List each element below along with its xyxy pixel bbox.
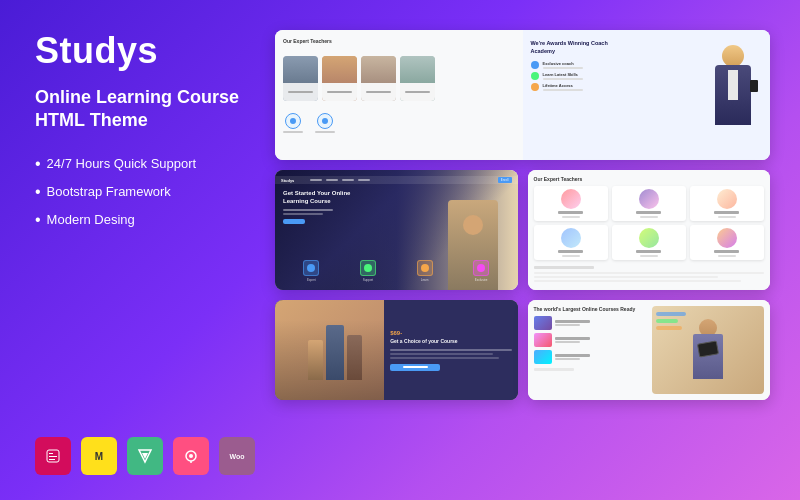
vuejs-icon[interactable] <box>127 437 163 475</box>
teachers-grid-layout <box>534 186 765 260</box>
teacher-name-3 <box>714 211 739 214</box>
screenshot-courses-list: The world's Largest Online Courses Ready <box>528 300 771 400</box>
course-thumb-1 <box>534 316 552 330</box>
avatar-6 <box>717 228 737 248</box>
pricing-content: $69- Get a Choice of your Course <box>275 300 518 400</box>
teacher-card-1 <box>283 56 318 101</box>
people-group <box>280 310 389 380</box>
awards-heading: We're Awards Winning Coach Academy <box>531 40 611 55</box>
feedback-lines <box>534 272 765 282</box>
teachers-section-heading: Our Expert Teachers <box>534 176 765 182</box>
hero-ss-content: Studys Enroll Get Started Your Online Le… <box>275 170 518 290</box>
hero-content: Get Started Your Online Learning Course <box>283 190 363 224</box>
courses-list-title: The world's Largest Online Courses Ready <box>534 306 646 312</box>
main-container: Studys Online Learning Course HTML Theme… <box>0 0 800 500</box>
course-desc <box>390 349 511 359</box>
course-thumb-3 <box>534 350 552 364</box>
icon-expert-teachers: Expert <box>303 260 319 282</box>
course-item-2 <box>534 333 646 347</box>
get-choice-label <box>534 368 574 371</box>
course-title-1 <box>555 320 590 323</box>
teacher-mini-6 <box>690 225 764 260</box>
course-cta: Get a Choice of your Course <box>390 338 511 345</box>
hero-bottom-icons: Expert Support Learn <box>275 260 518 282</box>
course-sub-2 <box>555 341 580 343</box>
screenshot-course-pricing: $69- Get a Choice of your Course <box>275 300 518 400</box>
icon-learn: Learn <box>417 260 433 282</box>
avatar-3 <box>717 189 737 209</box>
person-illustration <box>705 40 760 150</box>
svg-point-7 <box>189 454 193 458</box>
avatar-5 <box>639 228 659 248</box>
course-item-3 <box>534 350 646 364</box>
teacher-mini-5 <box>612 225 686 260</box>
teachers-grid-content: Our Expert Teachers <box>528 170 771 290</box>
enroll-button[interactable] <box>390 364 440 371</box>
feature-item-1: 24/7 Hours Quick Support <box>35 155 255 173</box>
course-title-2 <box>555 337 590 340</box>
teacher-cards-row <box>283 56 515 101</box>
course-text-section: $69- Get a Choice of your Course <box>384 300 517 400</box>
course-title-3 <box>555 354 590 357</box>
course-sub-1 <box>555 324 580 326</box>
screenshot-awards-section: We're Awards Winning Coach Academy Exclu… <box>523 30 771 160</box>
elementor-icon[interactable] <box>35 437 71 475</box>
teacher-card-4 <box>400 56 435 101</box>
course-sub-3 <box>555 358 580 360</box>
course-info-3 <box>555 354 590 360</box>
course-item-1 <box>534 316 646 330</box>
teacher-name-6 <box>714 250 739 253</box>
teacher-name-4 <box>558 250 583 253</box>
nav-links <box>310 179 370 181</box>
icon-support: Support <box>360 260 376 282</box>
icon-exclusive: Exclusive <box>473 260 489 282</box>
course-info-1 <box>555 320 590 326</box>
avatar-2 <box>639 189 659 209</box>
feature-item-3: Modern Desing <box>35 211 255 229</box>
teachers-heading: Our Expert Teachers <box>283 38 515 44</box>
courses-list-side: The world's Largest Online Courses Ready <box>534 306 646 394</box>
screenshot-hero: Studys Enroll Get Started Your Online Le… <box>275 170 518 290</box>
svg-rect-1 <box>49 453 53 454</box>
teacher-card-3 <box>361 56 396 101</box>
teacher-name-5 <box>636 250 661 253</box>
mailchimp-icon[interactable]: M <box>81 437 117 475</box>
teacher-card-2 <box>322 56 357 101</box>
tech-icons-bar: M Woo <box>35 437 255 475</box>
teacher-mini-2 <box>612 186 686 221</box>
screenshots-grid: Our Expert Teachers <box>275 30 770 475</box>
avatar-1 <box>561 189 581 209</box>
subtitle: Online Learning Course HTML Theme <box>35 86 255 133</box>
features-list: 24/7 Hours Quick Support Bootstrap Frame… <box>35 155 255 229</box>
students-feedback-hint <box>534 266 765 269</box>
feature-item-2: Bootstrap Framework <box>35 183 255 201</box>
brand-title: Studys <box>35 30 255 72</box>
svg-rect-2 <box>49 456 57 457</box>
courses-list-content: The world's Largest Online Courses Ready <box>528 300 771 400</box>
screenshot-teachers-grid: Our Expert Teachers <box>528 170 771 290</box>
avatar-4 <box>561 228 581 248</box>
teacher-name-1 <box>558 211 583 214</box>
category-badges <box>656 312 686 330</box>
teacher-mini-3 <box>690 186 764 221</box>
screenshot-top-wide: Our Expert Teachers <box>275 30 770 160</box>
teacher-mini-1 <box>534 186 608 221</box>
courses-image-side <box>652 306 764 394</box>
teacher-name-2 <box>636 211 661 214</box>
screenshot-teachers-section: Our Expert Teachers <box>275 30 523 160</box>
woocommerce-icon[interactable]: Woo <box>219 437 255 475</box>
course-info-2 <box>555 337 590 343</box>
stats-row <box>283 113 515 133</box>
teacher-mini-4 <box>534 225 608 260</box>
support-icon[interactable] <box>173 437 209 475</box>
svg-rect-3 <box>49 459 55 460</box>
left-panel: Studys Online Learning Course HTML Theme… <box>35 30 255 475</box>
left-content: Studys Online Learning Course HTML Theme… <box>35 30 255 259</box>
course-image-section <box>275 300 384 400</box>
course-price: $69- <box>390 330 511 336</box>
course-thumb-2 <box>534 333 552 347</box>
nav-cta-button[interactable]: Enroll <box>498 177 512 183</box>
